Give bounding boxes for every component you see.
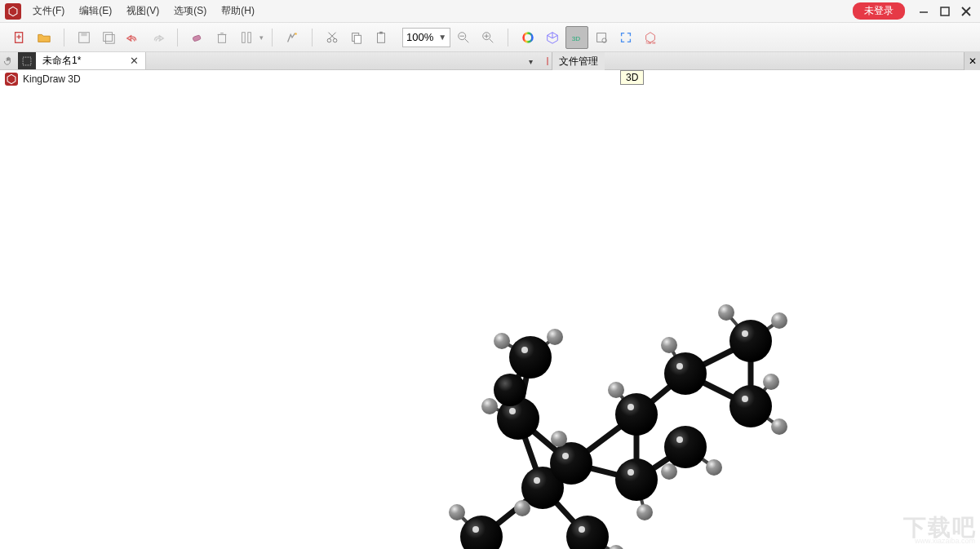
svg-rect-14 [242,32,246,42]
menu-options[interactable]: 选项(S) [172,2,208,20]
svg-rect-38 [597,33,606,42]
title-bar: 文件(F) 编辑(E) 视图(V) 选项(S) 帮助(H) 未登录 [0,0,980,23]
window-controls [915,2,975,20]
svg-point-114 [771,418,787,435]
menu-help[interactable]: 帮助(H) [220,2,256,20]
svg-rect-10 [193,34,201,41]
document-tab-label: 未命名1* [42,54,81,68]
svg-point-17 [327,38,331,42]
app-logo-icon [5,3,21,20]
save-as-icon[interactable] [97,26,120,49]
svg-text:Name: Name [646,41,657,45]
svg-rect-11 [219,34,226,42]
open-folder-icon[interactable] [33,26,55,49]
minimize-button[interactable] [915,2,933,20]
menu-view[interactable]: 视图(V) [125,2,161,20]
zoom-select[interactable]: 100% ▼ [402,28,450,47]
svg-line-26 [465,38,469,42]
hand-tool-icon[interactable] [0,52,18,69]
fullscreen-icon[interactable] [614,26,637,49]
document-tab-bar: 未命名1* ✕ ▾ 文件管理 ✕ 3D [0,52,980,70]
svg-rect-23 [378,33,385,42]
file-manager-label: 文件管理 [559,55,598,69]
svg-rect-9 [105,34,114,43]
tab-close-icon[interactable]: ✕ [130,55,139,67]
svg-point-94 [664,426,707,468]
svg-point-96 [729,320,772,362]
svg-point-18 [333,38,337,42]
svg-point-111 [661,337,677,353]
svg-rect-22 [354,35,361,43]
svg-rect-7 [81,32,86,36]
redo-icon[interactable] [146,26,169,49]
color-ring-icon[interactable] [517,26,539,49]
svg-point-115 [763,374,779,390]
molecule-render [392,268,824,549]
3d-view-button[interactable]: 3D [565,26,588,49]
svg-line-19 [329,32,335,38]
svg-rect-8 [104,32,113,41]
maximize-button[interactable] [936,2,954,20]
svg-point-121 [579,526,585,533]
panel-close-icon[interactable]: ✕ [964,52,980,70]
menu-file[interactable]: 文件(F) [31,2,66,20]
cut-icon[interactable] [321,26,344,49]
svg-point-110 [608,382,624,398]
svg-rect-42 [23,57,31,65]
svg-point-112 [706,459,722,476]
tooltip-3d: 3D [620,70,644,85]
file-manager-tab[interactable]: 文件管理 [552,52,605,70]
3d-canvas[interactable]: 下载吧 www.xiazaiba.com [0,88,980,545]
svg-point-90 [550,442,592,485]
svg-point-108 [551,431,567,447]
name-tool-icon[interactable]: Name [639,26,662,49]
properties-icon[interactable] [590,26,613,49]
subwindow-title: KingDraw 3D [23,73,81,85]
subwindow-tab: KingDraw 3D [0,70,980,88]
paste-icon[interactable] [370,26,392,49]
menu-edit[interactable]: 编辑(E) [78,2,113,20]
align-icon[interactable] [235,26,258,49]
marquee-tool-icon[interactable] [18,52,36,69]
svg-point-127 [742,396,748,402]
svg-point-109 [636,504,653,520]
svg-point-95 [729,385,772,427]
svg-point-99 [449,504,465,520]
svg-point-104 [514,500,530,516]
close-button[interactable] [957,2,975,20]
zoom-out-icon[interactable] [452,26,475,49]
main-toolbar: ▾ 100% ▼ 3D Name [0,23,980,52]
tab-dropdown-icon[interactable]: ▾ [522,57,539,66]
main-menu: 文件(F) 编辑(E) 视图(V) 选项(S) 帮助(H) [31,2,256,20]
watermark-url: www.xiazaiba.com [915,537,975,545]
eraser-icon[interactable] [186,26,209,49]
svg-point-124 [627,404,634,410]
svg-point-116 [718,304,734,321]
svg-point-129 [521,347,528,353]
svg-rect-2 [941,7,949,15]
svg-point-119 [534,477,540,484]
svg-marker-0 [9,7,17,15]
login-status-pill[interactable]: 未登录 [853,2,905,20]
save-icon[interactable] [73,26,95,49]
document-tab[interactable]: 未命名1* ✕ [36,52,146,69]
svg-point-32 [524,33,533,42]
svg-text:3D: 3D [572,34,580,42]
svg-point-106 [494,333,510,349]
svg-line-36 [552,35,557,38]
svg-point-125 [676,363,683,370]
svg-point-117 [771,312,787,329]
svg-point-113 [661,463,677,480]
cube-icon[interactable] [541,26,564,49]
svg-line-20 [329,32,335,38]
svg-point-103 [608,545,624,549]
svg-point-93 [664,352,707,395]
new-file-icon[interactable] [8,26,31,49]
undo-icon[interactable] [122,26,144,49]
clean-icon[interactable] [281,26,304,49]
trash-icon[interactable] [211,26,233,49]
svg-point-123 [627,469,634,476]
copy-icon[interactable] [345,26,368,49]
zoom-in-icon[interactable] [477,26,499,49]
svg-line-35 [548,35,552,38]
